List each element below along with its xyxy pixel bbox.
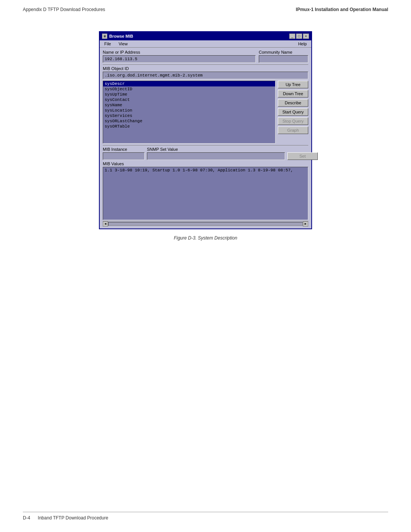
stop-query-button[interactable]: Stop Query bbox=[278, 117, 308, 125]
mib-listbox[interactable]: sysDescr sysObjectID sysUpTime sysContac… bbox=[103, 81, 276, 144]
mib-instance-label: MIB Instance bbox=[103, 147, 145, 152]
start-query-button[interactable]: Start Query bbox=[278, 108, 308, 116]
list-item[interactable]: sysServices bbox=[103, 113, 275, 118]
close-button[interactable]: × bbox=[303, 34, 309, 39]
ip-community-row: Name or IP Address Community Name bbox=[103, 50, 308, 63]
scroll-right-button[interactable]: ▶ bbox=[303, 221, 308, 227]
list-item[interactable]: sysORLastChange bbox=[103, 118, 275, 124]
buttons-panel: Up Tree Down Tree Describe Start Query S… bbox=[278, 81, 308, 144]
main-content: 🖥 Browse MIB _ □ × File View Help Name o… bbox=[0, 16, 411, 241]
scroll-track[interactable] bbox=[108, 222, 303, 226]
footer-text: Inband TFTP Download Procedure bbox=[38, 515, 108, 521]
list-item[interactable]: sysLocation bbox=[103, 108, 275, 113]
menu-bar: File View Help bbox=[100, 40, 311, 48]
list-item[interactable]: sysDescr bbox=[103, 81, 275, 86]
figure-caption: Figure D-3. System Description bbox=[174, 235, 237, 241]
instance-row: MIB Instance SNMP Set Value Set bbox=[103, 147, 308, 160]
mib-values-section: MIB Values 1.1 3-18-98 10:19, Startup 1.… bbox=[103, 161, 308, 220]
divider-1 bbox=[103, 64, 308, 65]
set-button[interactable]: Set bbox=[287, 152, 318, 160]
list-item[interactable]: sysORTable bbox=[103, 124, 275, 129]
list-item[interactable]: sysObjectID bbox=[103, 86, 275, 92]
snmp-set-input[interactable] bbox=[147, 152, 285, 160]
mib-values-box: 1.1 3-18-98 10:19, Startup 1.0 1-6-98 07… bbox=[103, 167, 308, 220]
describe-button[interactable]: Describe bbox=[278, 99, 308, 107]
footer-page: D-4 bbox=[23, 515, 30, 521]
menu-help[interactable]: Help bbox=[296, 41, 308, 46]
maximize-button[interactable]: □ bbox=[296, 34, 302, 39]
menu-items-left: File View bbox=[103, 41, 129, 46]
down-tree-button[interactable]: Down Tree bbox=[278, 90, 308, 97]
window-title: Browse MIB bbox=[109, 34, 133, 38]
ip-field-group: Name or IP Address bbox=[103, 50, 256, 63]
scrollbar-row: ◀ ▶ bbox=[103, 221, 308, 226]
mib-object-label: MIB Object ID bbox=[103, 66, 308, 71]
community-field-group: Community Name bbox=[259, 50, 308, 63]
main-panel: sysDescr sysObjectID sysUpTime sysContac… bbox=[103, 81, 308, 144]
minimize-button[interactable]: _ bbox=[289, 34, 295, 39]
header-right: IPmux-1 Installation and Operation Manua… bbox=[296, 7, 388, 12]
ip-label: Name or IP Address bbox=[103, 50, 256, 54]
snmp-set-label: SNMP Set Value bbox=[147, 147, 285, 152]
mib-values-text: 1.1 3-18-98 10:19, Startup 1.0 1-6-98 07… bbox=[105, 168, 306, 173]
set-btn-wrapper: Set bbox=[287, 147, 308, 160]
community-label: Community Name bbox=[259, 50, 308, 54]
mib-object-input[interactable] bbox=[103, 72, 308, 79]
window-icon: 🖥 bbox=[102, 34, 107, 39]
snmp-set-group: SNMP Set Value bbox=[147, 147, 285, 160]
titlebar-controls: _ □ × bbox=[289, 34, 309, 39]
set-btn-spacer bbox=[287, 147, 308, 152]
community-input[interactable] bbox=[259, 55, 308, 63]
browse-mib-window: 🖥 Browse MIB _ □ × File View Help Name o… bbox=[99, 31, 312, 229]
list-item[interactable]: sysContact bbox=[103, 97, 275, 102]
mib-values-label: MIB Values bbox=[103, 161, 308, 166]
mib-object-section: MIB Object ID bbox=[103, 66, 308, 79]
menu-file[interactable]: File bbox=[103, 41, 113, 46]
up-tree-button[interactable]: Up Tree bbox=[278, 81, 308, 88]
bottom-fields: MIB Instance SNMP Set Value Set MIB Valu… bbox=[103, 145, 308, 220]
ip-input[interactable] bbox=[103, 55, 256, 63]
scroll-left-button[interactable]: ◀ bbox=[103, 221, 108, 227]
page-header: Appendix D TFTP Download Procedures IPmu… bbox=[0, 0, 411, 16]
list-item[interactable]: sysUpTime bbox=[103, 92, 275, 97]
window-titlebar: 🖥 Browse MIB _ □ × bbox=[100, 32, 311, 40]
page-footer: D-4 Inband TFTP Download Procedure bbox=[23, 512, 388, 521]
header-left: Appendix D TFTP Download Procedures bbox=[23, 7, 105, 12]
menu-view[interactable]: View bbox=[117, 41, 129, 46]
mib-instance-group: MIB Instance bbox=[103, 147, 145, 160]
mib-instance-input[interactable] bbox=[103, 152, 145, 160]
titlebar-left: 🖥 Browse MIB bbox=[102, 34, 133, 39]
graph-button[interactable]: Graph bbox=[278, 126, 308, 134]
list-item[interactable]: sysName bbox=[103, 102, 275, 108]
window-body: Name or IP Address Community Name MIB Ob… bbox=[100, 48, 311, 228]
